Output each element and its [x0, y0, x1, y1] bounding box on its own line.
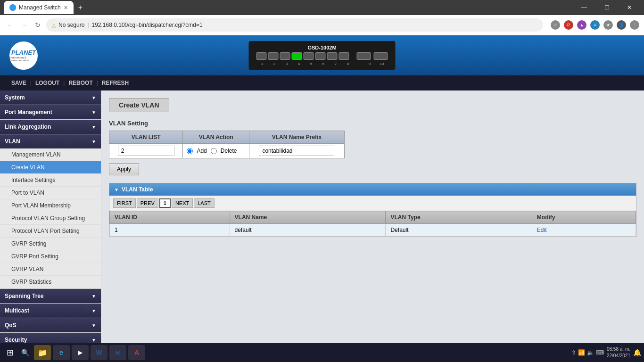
url-text: 192.168.0.100/cgi-bin/dispatcher.cgi?cmd… — [92, 22, 203, 28]
browser-tab[interactable]: 🌐 Managed Switch ✕ — [4, 1, 74, 14]
vlan-action-header: VLAN Action — [183, 131, 249, 144]
forward-button[interactable]: → — [19, 19, 29, 31]
prev-page-button[interactable]: PREV — [137, 198, 158, 208]
date-display: 22/04/2021 — [607, 353, 630, 359]
notification-icon[interactable]: 🔔 — [633, 349, 641, 356]
sidebar-header-link-aggregation[interactable]: Link Aggregation ▼ — [0, 120, 101, 134]
new-tab-button[interactable]: + — [78, 3, 83, 12]
chevron-down-icon: ▼ — [91, 294, 96, 299]
chevron-down-icon: ▼ — [91, 139, 96, 144]
sidebar-item-gvrp-statistics[interactable]: GVRP Statistics — [0, 276, 101, 288]
taskbar-outlook[interactable]: ✉ — [109, 345, 126, 360]
app: PLANET Networking & Communication GSD-10… — [0, 35, 644, 362]
sidebar-header-system[interactable]: System ▼ — [0, 90, 101, 105]
back-button[interactable]: ← — [5, 19, 15, 31]
reload-button[interactable]: ↻ — [33, 19, 42, 31]
title-bar: 🌐 Managed Switch ✕ + — ☐ ✕ — [0, 0, 644, 15]
vlan-delete-label: Delete — [221, 148, 237, 154]
sidebar-header-spanning-tree[interactable]: Spanning Tree ▼ — [0, 289, 101, 303]
vlan-name-prefix-input[interactable] — [259, 146, 334, 156]
sidebar-item-gvrp-vlan[interactable]: GVRP VLAN — [0, 263, 101, 276]
up-arrow-icon[interactable]: ⇧ — [571, 349, 576, 356]
next-page-button[interactable]: NEXT — [172, 198, 193, 208]
device-name: GSD-1002M — [307, 45, 336, 50]
sidebar-item-port-to-vlan[interactable]: Port to VLAN — [0, 187, 101, 199]
edge-icon: e — [59, 349, 63, 356]
vlan-data-table: VLAN ID VLAN Name VLAN Type Modify 1 def… — [109, 211, 636, 237]
chevron-down-icon: ▼ — [91, 124, 96, 130]
chevron-down-icon: ▼ — [91, 308, 96, 313]
sidebar-item-gvrp-setting[interactable]: GVRP Setting — [0, 238, 101, 250]
sidebar-item-protocol-vlan-port[interactable]: Protocol VLAN Port Setting — [0, 225, 101, 238]
logo-inner: PLANET Networking & Communication — [9, 49, 38, 62]
taskbar-edge[interactable]: e — [53, 345, 70, 360]
sidebar-item-port-vlan-membership[interactable]: Port VLAN Membership — [0, 199, 101, 212]
close-button[interactable]: ✕ — [619, 0, 640, 15]
modify-header: Modify — [532, 211, 636, 224]
port-4 — [292, 52, 302, 60]
last-page-button[interactable]: LAST — [194, 198, 215, 208]
extension-icon-1[interactable]: P — [564, 20, 573, 30]
network-icon[interactable]: 📶 — [578, 349, 585, 356]
vlan-setting-row: Add Delete — [109, 144, 345, 158]
vlan-add-label: Add — [197, 148, 206, 154]
logout-button[interactable]: LOGOUT — [32, 80, 63, 86]
sidebar-item-management-vlan[interactable]: Management VLAN — [0, 148, 101, 161]
pagination: FIRST PREV 1 NEXT LAST — [109, 196, 636, 211]
sidebar-section-multicast: Multicast ▼ — [0, 304, 101, 318]
sidebar-item-interface-settings[interactable]: Interface Settings — [0, 174, 101, 187]
sidebar-section-spanning-tree: Spanning Tree ▼ — [0, 289, 101, 304]
main-layout: System ▼ Port Management ▼ Link Aggregat… — [0, 90, 644, 362]
search-button[interactable]: 🔍 — [17, 347, 33, 358]
logo: PLANET Networking & Communication — [9, 41, 38, 70]
maximize-button[interactable]: ☐ — [596, 0, 618, 15]
bookmarks-icon[interactable]: ★ — [603, 20, 613, 30]
vlan-table-header: ▼ VLAN Table — [109, 183, 636, 196]
sidebar: System ▼ Port Management ▼ Link Aggregat… — [0, 90, 101, 362]
vlan-delete-radio[interactable] — [211, 148, 217, 154]
collapse-icon[interactable]: ▼ — [114, 187, 119, 192]
extension-icon-2[interactable]: ▲ — [577, 20, 586, 30]
sidebar-section-vlan: VLAN ▼ Management VLAN Create VLAN Inter… — [0, 134, 101, 289]
reboot-button[interactable]: REBOOT — [65, 80, 96, 86]
minimize-button[interactable]: — — [573, 0, 595, 15]
vlan-setting-table: VLAN LIST VLAN Action VLAN Name Prefix — [109, 131, 345, 158]
menu-icon[interactable]: ⋮ — [630, 20, 639, 30]
sidebar-section-port-management: Port Management ▼ — [0, 105, 101, 120]
first-page-button[interactable]: FIRST — [113, 198, 136, 208]
star-icon[interactable]: ☆ — [551, 20, 560, 30]
sidebar-header-qos[interactable]: QoS ▼ — [0, 318, 101, 332]
chevron-down-icon: ▼ — [91, 110, 96, 115]
extension-icon-3[interactable]: A — [590, 20, 600, 30]
save-button[interactable]: SAVE — [8, 80, 30, 86]
vlan-name-prefix-header: VLAN Name Prefix — [249, 131, 344, 144]
sidebar-item-gvrp-port-setting[interactable]: GVRP Port Setting — [0, 250, 101, 263]
apply-button[interactable]: Apply — [109, 163, 139, 175]
url-bar[interactable]: △ No seguro | 192.168.0.100/cgi-bin/disp… — [46, 18, 543, 32]
vlan-list-input[interactable] — [118, 146, 174, 156]
profile-icon[interactable]: 👤 — [617, 20, 626, 30]
start-button[interactable]: ⊞ — [3, 346, 17, 360]
taskbar-acrobat[interactable]: A — [128, 345, 145, 360]
logo-area: PLANET Networking & Communication — [9, 41, 38, 70]
sidebar-header-vlan[interactable]: VLAN ▼ — [0, 134, 101, 148]
sfp-port-10 — [374, 52, 388, 60]
refresh-button[interactable]: REFRESH — [98, 80, 132, 86]
sidebar-item-protocol-vlan-group[interactable]: Protocol VLAN Group Setting — [0, 212, 101, 225]
sidebar-header-port-management[interactable]: Port Management ▼ — [0, 105, 101, 119]
sidebar-header-multicast[interactable]: Multicast ▼ — [0, 304, 101, 318]
sfp-port-9 — [357, 52, 371, 60]
vlan-add-radio[interactable] — [187, 148, 193, 154]
taskbar-word[interactable]: W — [91, 345, 107, 360]
sidebar-item-create-vlan[interactable]: Create VLAN — [0, 161, 101, 174]
keyboard-icon[interactable]: ⌨ — [596, 349, 604, 356]
acrobat-icon: A — [134, 349, 139, 356]
volume-icon[interactable]: 🔈 — [587, 349, 594, 356]
edit-link[interactable]: Edit — [537, 227, 547, 233]
taskbar-file-explorer[interactable]: 📁 — [34, 345, 51, 360]
taskbar-clock[interactable]: 08:58 a. m. 22/04/2021 — [607, 346, 630, 359]
table-row: 1 default Default Edit — [110, 224, 636, 237]
tab-close-button[interactable]: ✕ — [64, 5, 68, 11]
taskbar-terminal[interactable]: ▶ — [72, 345, 89, 360]
current-page-button[interactable]: 1 — [159, 198, 171, 208]
